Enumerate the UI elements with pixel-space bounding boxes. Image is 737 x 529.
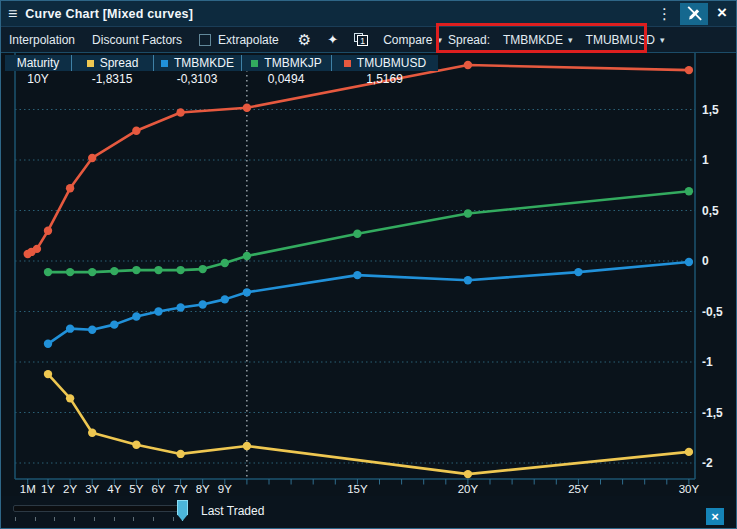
x-axis-ticks: 1M1Y2Y3Y4Y5Y6Y7Y8Y9Y15Y20Y25Y30Y xyxy=(20,479,700,495)
legend-col-tmbmkde[interactable]: TMBMKDE xyxy=(153,55,241,71)
spread-select-2[interactable]: TMUBMUSD ▾ xyxy=(586,33,665,47)
svg-text:2Y: 2Y xyxy=(63,483,77,495)
svg-text:6Y: 6Y xyxy=(151,483,165,495)
legend-col-maturity: Maturity xyxy=(5,55,71,71)
series-tmubmusd xyxy=(24,61,694,258)
svg-text:15Y: 15Y xyxy=(347,483,368,495)
legend-values-row: 10Y -1,8315 -0,3103 0,0494 1,5169 xyxy=(5,71,438,87)
value-spread: -1,8315 xyxy=(71,71,153,87)
svg-text:9Y: 9Y xyxy=(218,483,232,495)
svg-text:5Y: 5Y xyxy=(129,483,143,495)
value-tmubmusd: 1,5169 xyxy=(331,71,438,87)
svg-text:-1: -1 xyxy=(702,355,713,369)
series-tmbmkjp xyxy=(44,187,693,276)
window-close-icon[interactable]: × xyxy=(714,3,736,25)
curve-chart-svg[interactable]: 1,510,50-0,5-1-1,5-21M1Y2Y3Y4Y5Y6Y7Y8Y9Y… xyxy=(1,53,737,496)
extrapolate-checkbox[interactable] xyxy=(199,34,211,46)
tmbmkde-swatch-icon xyxy=(161,60,168,67)
bottom-bar: Last Traded × xyxy=(1,496,736,529)
svg-text:-1,5: -1,5 xyxy=(702,406,723,420)
compare-label: Compare xyxy=(383,33,432,47)
svg-text:0: 0 xyxy=(702,254,709,268)
svg-text:1: 1 xyxy=(702,153,709,167)
svg-text:1Y: 1Y xyxy=(41,483,55,495)
svg-text:1M: 1M xyxy=(20,483,36,495)
crosshair-star-icon[interactable]: ✦ xyxy=(327,32,338,47)
legend-label: Maturity xyxy=(17,56,60,70)
curve-chart-window: ≡ Curve Chart [Mixed curves] ⋮ × Interpo… xyxy=(0,0,737,529)
more-options-icon[interactable]: ⋮ xyxy=(649,5,680,23)
value-tmbmkde: -0,3103 xyxy=(153,71,241,87)
menu-interpolation[interactable]: Interpolation xyxy=(9,33,75,47)
compare-dropdown[interactable]: Compare ▾ xyxy=(383,33,442,47)
svg-text:-2: -2 xyxy=(702,456,713,470)
spread-swatch-icon xyxy=(87,60,94,67)
window-title: Curve Chart [Mixed curves] xyxy=(25,7,193,21)
svg-text:30Y: 30Y xyxy=(679,483,700,495)
series-spread xyxy=(44,370,693,478)
svg-text:25Y: 25Y xyxy=(568,483,589,495)
svg-text:20Y: 20Y xyxy=(458,483,479,495)
legend-label: Spread xyxy=(100,56,139,70)
spread-label: Spread: xyxy=(448,33,490,47)
chevron-down-icon: ▾ xyxy=(660,35,665,45)
annotations-disabled-button[interactable] xyxy=(680,3,708,25)
spread-select-2-value: TMUBMUSD xyxy=(586,33,655,47)
extrapolate-label: Extrapolate xyxy=(218,33,279,47)
menu-discount-factors[interactable]: Discount Factors xyxy=(92,33,182,47)
value-tmbmkjp: 0,0494 xyxy=(241,71,331,87)
menu-icon[interactable]: ≡ xyxy=(8,5,17,23)
tmubmusd-swatch-icon xyxy=(344,60,351,67)
legend-col-tmubmusd[interactable]: TMUBMUSD xyxy=(331,55,438,71)
history-slider-ticks xyxy=(1,517,201,522)
legend-header-row: Maturity Spread TMBMKDE TMBMKJP TMUBMUSD xyxy=(5,55,438,71)
value-maturity: 10Y xyxy=(5,71,71,87)
spread-select-1-value: TMBMKDE xyxy=(503,33,563,47)
spread-select-1[interactable]: TMBMKDE ▾ xyxy=(503,33,573,47)
svg-text:-0,5: -0,5 xyxy=(702,305,723,319)
toolbar: Interpolation Discount Factors Extrapola… xyxy=(1,27,736,53)
chevron-down-icon: ▾ xyxy=(438,35,443,45)
chart-area: 1,510,50-0,5-1-1,5-21M1Y2Y3Y4Y5Y6Y7Y8Y9Y… xyxy=(1,53,736,496)
settings-gear-icon[interactable]: ⚙ xyxy=(298,31,311,49)
svg-text:3Y: 3Y xyxy=(85,483,99,495)
svg-text:0,5: 0,5 xyxy=(702,204,719,218)
panel-close-button[interactable]: × xyxy=(706,508,724,525)
legend-col-spread[interactable]: Spread xyxy=(71,55,153,71)
gridlines: 1,510,50-0,5-1-1,5-2 xyxy=(15,103,723,471)
legend-label: TMBMKJP xyxy=(264,56,321,70)
titlebar: ≡ Curve Chart [Mixed curves] ⋮ × xyxy=(1,1,736,27)
pen-slash-icon xyxy=(685,4,704,23)
legend-label: TMBMKDE xyxy=(174,56,234,70)
last-traded-label: Last Traded xyxy=(201,504,264,518)
svg-text:1,5: 1,5 xyxy=(702,103,719,117)
spread-controls: Spread: TMBMKDE ▾ TMUBMUSD ▾ xyxy=(448,27,664,52)
tmbmkjp-swatch-icon xyxy=(251,60,258,67)
chevron-down-icon: ▾ xyxy=(568,35,573,45)
layers-front-square: 1 xyxy=(357,35,368,46)
legend-label: TMUBMUSD xyxy=(357,56,426,70)
svg-text:4Y: 4Y xyxy=(107,483,121,495)
svg-text:7Y: 7Y xyxy=(174,483,188,495)
history-slider-track[interactable] xyxy=(13,505,179,512)
svg-text:8Y: 8Y xyxy=(196,483,210,495)
legend-col-tmbmkjp[interactable]: TMBMKJP xyxy=(241,55,331,71)
layout-1-icon[interactable]: 1 xyxy=(354,33,368,46)
